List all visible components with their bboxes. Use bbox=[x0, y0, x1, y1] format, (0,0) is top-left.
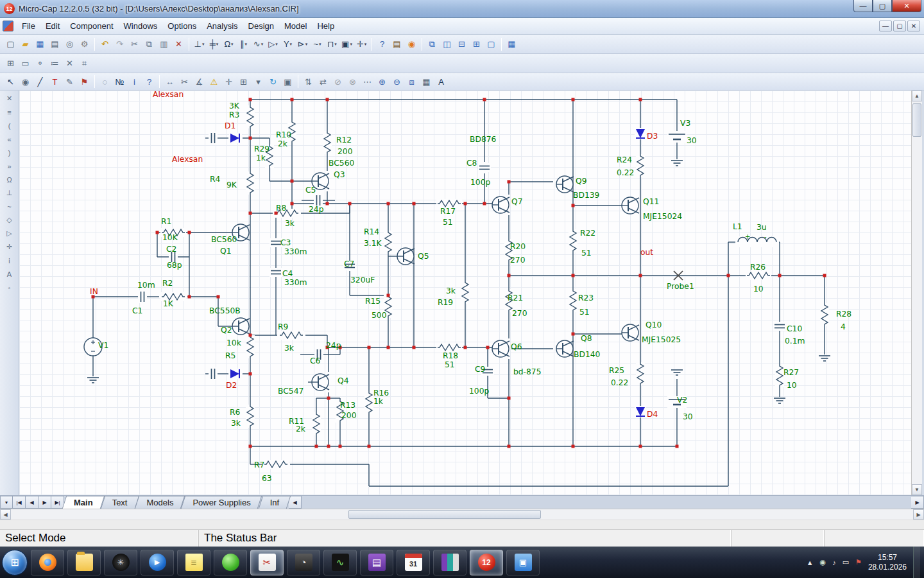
component-label[interactable]: MJE15024 bbox=[643, 212, 682, 221]
print-preview-button[interactable]: ◎ bbox=[62, 37, 77, 51]
component-label[interactable]: - bbox=[764, 233, 767, 240]
enable-mode-button[interactable]: ⊗ bbox=[345, 74, 360, 89]
component-label[interactable]: C10 bbox=[787, 324, 802, 333]
component-label[interactable]: Q10 bbox=[646, 320, 662, 329]
taskbar-calendar[interactable]: 31 bbox=[397, 550, 430, 575]
component-label[interactable]: MJE15025 bbox=[642, 335, 681, 344]
new-window-button[interactable]: ▢ bbox=[484, 37, 499, 51]
component-label[interactable]: 0.22 bbox=[611, 378, 628, 387]
component-label[interactable]: C8 bbox=[466, 159, 477, 168]
tray-alert-icon[interactable]: ⚑ bbox=[855, 558, 862, 566]
transistor-part-dropdown-icon[interactable]: ▾ bbox=[290, 42, 293, 47]
tab-power-supplies[interactable]: Power Supplies bbox=[183, 496, 260, 509]
snap-grid-button[interactable]: ⊞ bbox=[3, 57, 18, 71]
scroll-down-icon[interactable]: ▼ bbox=[912, 484, 922, 495]
flip-vertical-button[interactable]: ⇅ bbox=[301, 74, 316, 89]
taskbar-microcap[interactable]: 12 bbox=[470, 550, 503, 575]
ground-part-button[interactable]: ⊥▾ bbox=[192, 37, 207, 51]
component-label[interactable]: 10k bbox=[227, 338, 242, 347]
component-label[interactable]: R20 bbox=[510, 242, 526, 251]
component-label[interactable]: R12 bbox=[336, 136, 352, 144]
split-window-button[interactable]: ⊞ bbox=[469, 37, 484, 51]
component-label[interactable]: 3u bbox=[757, 223, 767, 232]
measure-button[interactable]: ∡ bbox=[192, 74, 207, 89]
component-label[interactable]: 320uF bbox=[350, 276, 375, 285]
component-label[interactable]: D4 bbox=[647, 410, 658, 419]
menu-help[interactable]: Help bbox=[312, 19, 339, 33]
resistor-part-dropdown-icon[interactable]: ▾ bbox=[231, 42, 234, 47]
component-label[interactable]: C2 bbox=[166, 245, 176, 254]
mdi-restore-button[interactable]: ▢ bbox=[893, 21, 906, 31]
tool-font-button[interactable]: A bbox=[3, 267, 17, 281]
zoom-out-button[interactable]: ⊖ bbox=[389, 74, 404, 89]
component-label[interactable]: C9 bbox=[475, 365, 485, 374]
mdi-close-button[interactable]: ✕ bbox=[907, 21, 920, 31]
node-voltages-button[interactable]: i bbox=[127, 74, 142, 89]
component-label[interactable]: D3 bbox=[647, 132, 658, 141]
tray-network-icon[interactable]: ▭ bbox=[843, 558, 849, 566]
component-label[interactable]: R28 bbox=[836, 310, 851, 319]
menu-file[interactable]: File bbox=[17, 19, 40, 33]
taskbar-green-player[interactable] bbox=[214, 550, 247, 575]
component-label[interactable]: C4 bbox=[282, 269, 293, 278]
component-label[interactable]: R8 bbox=[276, 204, 286, 213]
component-label[interactable]: 68p bbox=[167, 261, 182, 270]
component-label[interactable]: IN bbox=[90, 287, 98, 296]
taskbar-sticky-notes[interactable]: ≡ bbox=[177, 550, 210, 575]
taskbar-spider-player[interactable]: ✳ bbox=[104, 550, 137, 575]
component-label[interactable]: 24p bbox=[326, 341, 341, 350]
component-label[interactable]: BC547 bbox=[278, 387, 304, 396]
component-label[interactable]: 330m bbox=[284, 247, 307, 256]
component-label[interactable]: BD139 bbox=[573, 191, 599, 200]
component-label[interactable]: 2k bbox=[296, 425, 306, 434]
component-label[interactable]: BC560 bbox=[329, 159, 354, 168]
schematic-canvas[interactable]: AlexsanAlexsanINoutD1D2D3D43KR3R102kR122… bbox=[19, 91, 911, 495]
component-label[interactable]: R18 bbox=[443, 351, 458, 360]
menu-windows[interactable]: Windows bbox=[119, 19, 163, 33]
find-button[interactable]: ◌ bbox=[98, 74, 112, 89]
pulse-source-part-dropdown-icon[interactable]: ▾ bbox=[334, 42, 337, 47]
component-label[interactable]: Q4 bbox=[338, 376, 349, 385]
probe-part-button[interactable]: ✛▾ bbox=[354, 37, 369, 51]
tool-info-button[interactable]: i bbox=[3, 254, 17, 267]
delete-button[interactable]: ✕ bbox=[171, 37, 186, 51]
component-label[interactable]: 51 bbox=[581, 249, 592, 258]
web-update-button[interactable]: ◉ bbox=[404, 37, 419, 51]
component-label[interactable]: 100p bbox=[469, 387, 489, 396]
component-label[interactable]: 270 bbox=[510, 256, 525, 265]
component-label[interactable]: R22 bbox=[580, 229, 595, 238]
component-label[interactable]: 24p bbox=[309, 205, 324, 214]
show-grid-button[interactable]: ⊞ bbox=[236, 74, 251, 89]
component-label[interactable]: Alexsan bbox=[153, 91, 184, 99]
manual-button[interactable]: ▤ bbox=[389, 37, 404, 51]
sine-source-part-button[interactable]: ~▾ bbox=[310, 37, 325, 51]
tile-vertical-button[interactable]: ◫ bbox=[440, 37, 454, 51]
component-label[interactable]: L1 bbox=[733, 222, 742, 231]
resistor-part-button[interactable]: Ω▾ bbox=[221, 37, 236, 51]
tile-horizontal-button[interactable]: ⊟ bbox=[454, 37, 469, 51]
component-label[interactable]: R24 bbox=[617, 155, 632, 164]
component-label[interactable]: 3k bbox=[446, 286, 456, 295]
component-label[interactable]: R1 bbox=[161, 217, 171, 226]
component-label[interactable]: R4 bbox=[210, 175, 221, 184]
tool-list-button[interactable]: ≡ bbox=[3, 105, 17, 119]
taskbar-snipping-tool[interactable]: ✂ bbox=[250, 550, 284, 575]
taskbar-windjview[interactable]: ▤ bbox=[360, 550, 393, 575]
component-label[interactable]: C6 bbox=[310, 356, 321, 365]
pulse-source-part-button[interactable]: ⊓▾ bbox=[325, 37, 339, 51]
tab-nav-3[interactable]: ▶ bbox=[38, 496, 51, 509]
component-label[interactable]: 3k bbox=[285, 219, 295, 228]
component-label[interactable]: Alexsan bbox=[172, 155, 203, 164]
taskbar-explorer[interactable] bbox=[67, 550, 101, 575]
design-rules-button[interactable]: ⚠ bbox=[207, 74, 221, 89]
new-file-button[interactable]: ▢ bbox=[3, 37, 18, 51]
tool-guillemet-right-button[interactable]: » bbox=[3, 159, 17, 173]
grid-options-button[interactable]: ▾ bbox=[251, 74, 266, 89]
crosshair-button[interactable]: ✛ bbox=[221, 74, 236, 89]
component-label[interactable]: 51 bbox=[579, 308, 590, 317]
component-label[interactable]: Probe1 bbox=[667, 282, 694, 291]
macro-part-dropdown-icon[interactable]: ▾ bbox=[350, 42, 352, 47]
component-label[interactable]: 200 bbox=[338, 147, 352, 156]
font-button[interactable]: A bbox=[434, 74, 449, 89]
print-button[interactable]: ▤ bbox=[47, 37, 62, 51]
